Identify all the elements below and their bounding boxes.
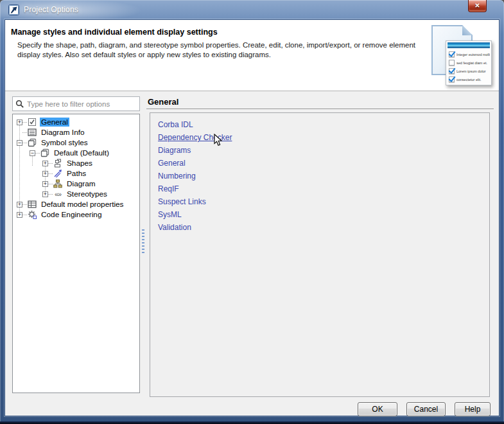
checklist-item: sed feugiat diam et. (448, 58, 490, 67)
option-link-reqif[interactable]: ReqIF (158, 182, 179, 195)
option-link-general[interactable]: General (158, 157, 186, 170)
checkbox-icon (27, 117, 37, 127)
search-icon (15, 100, 24, 109)
expand-toggle-icon[interactable] (42, 191, 48, 197)
option-link-numbering[interactable]: Numbering (158, 170, 196, 182)
gear-icon (27, 209, 37, 220)
tree-item-label: Diagram (65, 179, 97, 188)
options-links-panel: Corba IDL Dependency Checker Diagrams Ge… (150, 112, 490, 397)
titlebar[interactable]: Project Options ✕ (0, 0, 504, 19)
header-description: Specify the shape, path, diagram, and st… (17, 40, 428, 60)
option-link-corba-idl[interactable]: Corba IDL (158, 118, 193, 131)
stereotypes-icon: «» (53, 189, 63, 199)
tree-item-shapes[interactable]: Shapes (13, 158, 139, 168)
diagram-info-icon (27, 127, 37, 137)
ok-button[interactable]: OK (358, 402, 397, 416)
close-button[interactable]: ✕ (468, 0, 487, 12)
checked-checkbox-icon (449, 51, 455, 57)
checklist-header-bar (448, 42, 490, 48)
window-title: Project Options (24, 5, 78, 14)
header-title: Manage styles and individual element dis… (11, 28, 218, 37)
tree-item-diagram-info[interactable]: Diagram Info (13, 127, 139, 137)
unchecked-checkbox-icon (449, 60, 455, 66)
table-icon (27, 199, 37, 209)
tree-item-label: Stereotypes (65, 190, 109, 199)
option-link-sysml[interactable]: SysML (158, 208, 182, 221)
checklist-item: Lorem ipsum dolor (448, 67, 490, 75)
options-tree[interactable]: General Diagram Info Symbol styles Defau… (12, 114, 140, 393)
checked-checkbox-icon (449, 76, 455, 82)
collapse-toggle-icon[interactable] (30, 150, 35, 156)
tree-item-label: Shapes (65, 159, 94, 168)
tree-item-label: Code Engineering (40, 210, 103, 219)
paths-icon (53, 168, 63, 179)
expand-toggle-icon[interactable] (42, 161, 48, 166)
filter-input[interactable] (27, 100, 137, 108)
checklist-item: consectetur elit. (448, 75, 490, 84)
tree-item-general[interactable]: General (13, 117, 139, 127)
tree-item-default-default[interactable]: Default (Default) (13, 148, 139, 158)
checked-checkbox-icon (449, 68, 455, 74)
expand-toggle-icon[interactable] (17, 202, 22, 208)
collapse-toggle-icon[interactable] (17, 140, 22, 146)
option-link-dependency-checker[interactable]: Dependency Checker (158, 131, 232, 144)
title-separator (146, 109, 494, 110)
expand-toggle-icon[interactable] (42, 181, 48, 187)
symbol-styles-icon (40, 148, 50, 158)
tree-item-code-engineering[interactable]: Code Engineering (13, 209, 139, 220)
tree-item-stereotypes[interactable]: «» Stereotypes (13, 189, 139, 199)
checklist-item: Integer euismod mollis (448, 50, 490, 58)
option-link-diagrams[interactable]: Diagrams (158, 144, 191, 157)
header-banner: Manage styles and individual element dis… (5, 20, 499, 91)
expand-toggle-icon[interactable] (17, 119, 22, 125)
tree-item-label: Default model properties (40, 200, 125, 209)
tree-item-paths[interactable]: Paths (13, 168, 139, 179)
symbol-styles-icon (27, 137, 37, 148)
option-link-validation[interactable]: Validation (158, 221, 191, 234)
tree-item-label: General (40, 118, 69, 127)
expand-toggle-icon[interactable] (42, 171, 48, 177)
splitter-grip[interactable] (142, 229, 144, 254)
tree-item-label: Symbol styles (40, 138, 89, 147)
tree-item-default-model-properties[interactable]: Default model properties (13, 199, 139, 209)
diagram-icon (53, 179, 63, 189)
styles-illustration: Integer euismod mollis sed feugiat diam … (430, 24, 492, 88)
tree-item-label: Paths (65, 169, 87, 178)
app-icon (8, 4, 19, 15)
filter-field[interactable] (12, 96, 140, 111)
checklist-card-graphic: Integer euismod mollis sed feugiat diam … (446, 40, 492, 85)
help-button[interactable]: Help (455, 402, 491, 416)
tree-item-label: Diagram Info (40, 128, 86, 137)
cancel-button[interactable]: Cancel (406, 402, 446, 416)
options-page-title: General (148, 97, 178, 107)
expand-toggle-icon[interactable] (17, 212, 22, 218)
tree-item-label: Default (Default) (53, 148, 110, 157)
shapes-icon (53, 158, 63, 168)
tree-item-symbol-styles[interactable]: Symbol styles (13, 137, 139, 148)
project-options-dialog: Project Options ✕ Manage styles and indi… (0, 0, 504, 424)
tree-item-diagram[interactable]: Diagram (13, 179, 139, 189)
close-icon: ✕ (474, 2, 480, 9)
option-link-suspect-links[interactable]: Suspect Links (158, 195, 206, 208)
